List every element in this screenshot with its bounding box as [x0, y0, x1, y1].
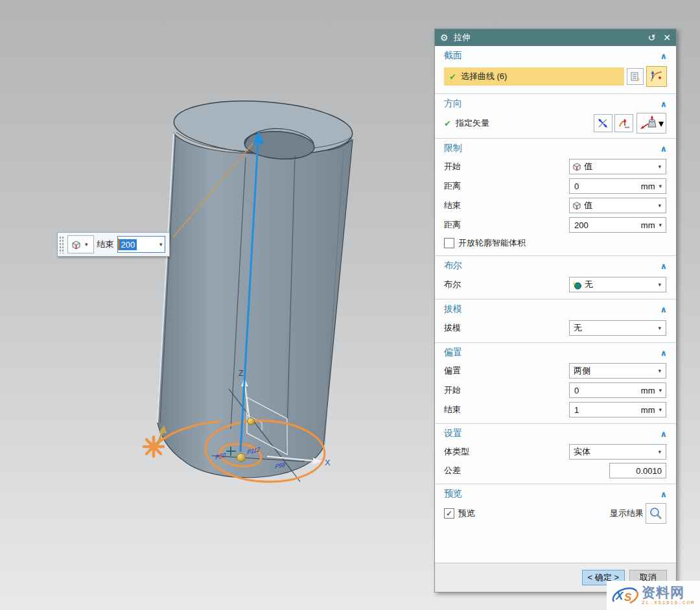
chevron-down-icon[interactable]: ▾: [659, 117, 664, 130]
end-mode-dropdown[interactable]: 值 ▾: [569, 198, 666, 213]
chevron-down-icon: ▾: [656, 163, 663, 170]
end-distance-value: 200: [574, 220, 589, 230]
settings-group: 设置 ∧ 体类型 实体 ▾ 公差 0.0010: [435, 424, 676, 484]
direction-header: 方向: [444, 98, 462, 110]
start-distance-value: 0: [574, 182, 579, 191]
draft-dropdown[interactable]: 无 ▾: [569, 320, 666, 336]
watermark-name: 资料网: [642, 585, 695, 599]
preview-label: 预览: [458, 508, 475, 519]
offset-start-label: 开始: [444, 384, 461, 396]
inferred-vector-button[interactable]: [614, 114, 633, 132]
boolean-label: 布尔: [444, 279, 461, 290]
chevron-down-icon[interactable]: ▾: [655, 406, 663, 413]
chevron-down-icon: ▾: [83, 241, 90, 248]
magnifier-icon: [649, 506, 663, 521]
value-cube-icon: [572, 162, 581, 171]
collapse-chevron-icon[interactable]: ∧: [660, 348, 667, 358]
show-result-button[interactable]: [646, 503, 666, 524]
inferred-vector-icon: [618, 117, 629, 129]
mini-end-label: 结束: [97, 239, 114, 250]
draft-header: 拔模: [444, 303, 462, 315]
end-distance-value: 200: [119, 239, 137, 250]
extrude-dialog: ⚙ 拉伸 ↺ ✕ 截面 ∧ ✔ 选择曲线 (6): [434, 29, 677, 592]
offset-drag-handle-sphere[interactable]: [248, 418, 255, 425]
offset-start-field[interactable]: 0 mm ▾: [569, 382, 666, 398]
start-distance-unit: mm: [641, 182, 655, 191]
boolean-dropdown[interactable]: 无 ▾: [569, 277, 666, 292]
body-type-value: 实体: [574, 446, 590, 458]
section-header: 截面: [444, 50, 462, 62]
chevron-down-icon[interactable]: ▾: [158, 241, 165, 248]
vector-dialog-button[interactable]: [594, 114, 612, 132]
start-distance-label: 距离: [444, 180, 461, 192]
watermark: X S 资料网 ZL.XS1616.COM: [607, 581, 700, 610]
offset-header: 偏置: [444, 347, 462, 358]
collapse-chevron-icon[interactable]: ∧: [660, 261, 667, 271]
collapse-chevron-icon[interactable]: ∧: [660, 144, 667, 154]
collapse-chevron-icon[interactable]: ∧: [660, 51, 667, 61]
open-profile-checkbox[interactable]: [444, 238, 454, 248]
toolbar-drag-grip[interactable]: [59, 235, 64, 253]
chevron-down-icon[interactable]: ▾: [655, 183, 663, 189]
reset-icon[interactable]: ↺: [648, 33, 656, 42]
gear-icon[interactable]: ⚙: [440, 33, 449, 42]
body-type-label: 体类型: [444, 446, 469, 458]
offset-value: 两侧: [574, 365, 590, 377]
chevron-down-icon: ▾: [656, 325, 663, 331]
settings-header: 设置: [444, 428, 462, 440]
boolean-value: 无: [585, 279, 593, 290]
face-normal-vector-button[interactable]: ▾: [636, 113, 666, 134]
collapse-chevron-icon[interactable]: ∧: [660, 99, 667, 109]
offset-dropdown[interactable]: 两侧 ▾: [569, 363, 666, 379]
chevron-down-icon[interactable]: ▾: [655, 387, 663, 393]
offset-end-unit: mm: [641, 405, 655, 415]
offset-label: 偏置: [444, 365, 461, 377]
extruded-cylinder-body[interactable]: [158, 95, 354, 482]
watermark-url: ZL.XS1616.COM: [642, 600, 695, 605]
sketch-section-button[interactable]: [646, 66, 667, 87]
curve-start-asterisk[interactable]: [144, 437, 163, 456]
dialog-title: 拉伸: [454, 32, 471, 43]
check-icon: ✔: [444, 119, 451, 128]
sketch-curve-icon: [649, 69, 664, 84]
start-mode-dropdown[interactable]: 值 ▾: [569, 159, 666, 174]
offset-end-field[interactable]: 1 mm ▾: [569, 402, 666, 417]
boolean-group: 布尔 ∧ 布尔 无 ▾: [435, 256, 676, 299]
dialog-titlebar[interactable]: ⚙ 拉伸 ↺ ✕: [435, 29, 676, 46]
tolerance-label: 公差: [444, 465, 461, 476]
open-profile-label: 开放轮廓智能体积: [458, 237, 526, 249]
chevron-down-icon: ▾: [656, 368, 663, 374]
collapse-chevron-icon[interactable]: ∧: [660, 305, 667, 314]
xs-logo-icon: X S: [611, 583, 639, 607]
select-curve-field[interactable]: ✔ 选择曲线 (6): [444, 67, 624, 86]
offset-end-value: 1: [574, 405, 579, 415]
show-result-label: 显示结果: [610, 508, 644, 519]
draft-label: 拔模: [444, 322, 461, 334]
end-distance-unit: mm: [641, 220, 655, 230]
limit-mode-cube-button[interactable]: ▾: [67, 235, 94, 253]
chevron-down-icon: ▾: [656, 281, 663, 288]
origin-drag-handle-sphere[interactable]: [237, 454, 246, 462]
chevron-down-icon[interactable]: ▾: [655, 222, 663, 228]
value-cube-icon: [71, 240, 81, 250]
end-label: 结束: [444, 200, 461, 211]
collapse-chevron-icon[interactable]: ∧: [660, 489, 667, 499]
end-distance-input[interactable]: 200 ▾: [117, 236, 165, 253]
section-list-button[interactable]: [627, 68, 644, 85]
end-distance-field[interactable]: 200 mm ▾: [569, 217, 666, 233]
z-axis-label: Z: [239, 369, 243, 378]
collapse-chevron-icon[interactable]: ∧: [660, 429, 667, 439]
draft-group: 拔模 ∧ 拔模 无 ▾: [435, 299, 676, 343]
start-distance-input[interactable]: 0 mm ▾: [569, 178, 666, 194]
boolean-none-icon: [572, 280, 582, 290]
section-curve-group: 截面 ∧ ✔ 选择曲线 (6): [435, 46, 676, 94]
application-window: Z X P50 P112 P98: [0, 0, 700, 610]
chevron-down-icon: ▾: [656, 449, 663, 455]
on-screen-input-toolbar[interactable]: ▾ 结束 200 ▾: [57, 232, 170, 257]
close-icon[interactable]: ✕: [663, 33, 671, 42]
preview-checkbox[interactable]: ✓: [444, 508, 454, 519]
end-distance-label: 距离: [444, 219, 461, 231]
select-curve-label: 选择曲线 (6): [461, 71, 508, 82]
body-type-dropdown[interactable]: 实体 ▾: [569, 444, 666, 460]
tolerance-input[interactable]: 0.0010: [609, 463, 666, 478]
